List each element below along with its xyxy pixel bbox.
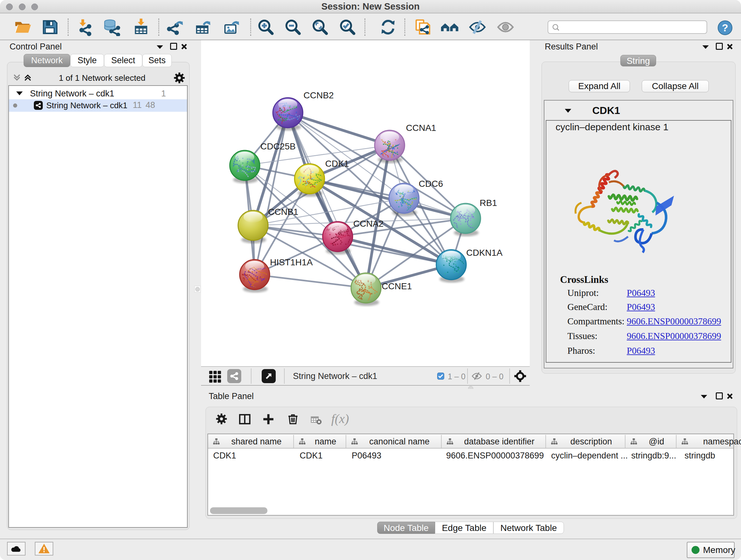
svg-text:CCNB1: CCNB1 (268, 207, 298, 217)
svg-text:CCNB2: CCNB2 (304, 90, 334, 100)
svg-text:HIST1H1A: HIST1H1A (270, 257, 313, 267)
svg-text:CDKN1A: CDKN1A (466, 248, 502, 258)
svg-text:RB1: RB1 (480, 198, 497, 208)
svg-text:CCNA1: CCNA1 (406, 123, 436, 133)
svg-text:CDK1: CDK1 (325, 159, 349, 169)
svg-text:CCNA2: CCNA2 (353, 219, 384, 229)
svg-text:CDC6: CDC6 (419, 179, 443, 189)
svg-text:CCNE1: CCNE1 (382, 281, 412, 291)
svg-text:CDC25B: CDC25B (260, 141, 295, 151)
